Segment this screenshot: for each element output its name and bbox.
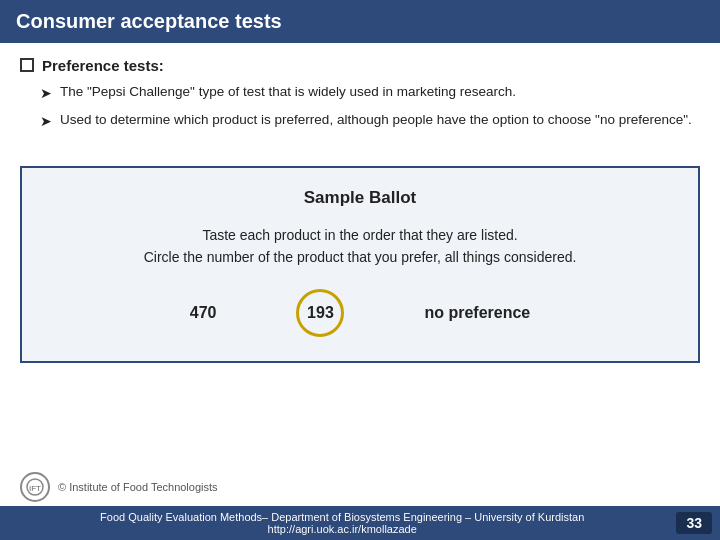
list-item: ➤ Used to determine which product is pre… — [40, 110, 700, 132]
footer-line2: http://agri.uok.ac.ir/kmollazade — [8, 523, 676, 535]
preference-title-row: Preference tests: — [20, 57, 700, 74]
page-header: Consumer acceptance tests — [0, 0, 720, 43]
footer-bar: Food Quality Evaluation Methods– Departm… — [0, 506, 720, 540]
svg-text:IFT: IFT — [29, 484, 41, 493]
ift-text: © Institute of Food Technologists — [58, 481, 218, 493]
preference-title-text: Preference tests: — [42, 57, 164, 74]
footer: IFT © Institute of Food Technologists Fo… — [0, 468, 720, 540]
ballot-options: 470 193 no preference — [52, 289, 668, 337]
ballot-title: Sample Ballot — [52, 188, 668, 208]
bullet-arrow-1: ➤ — [40, 83, 52, 104]
header-title: Consumer acceptance tests — [16, 10, 282, 32]
list-item: ➤ The "Pepsi Challenge" type of test tha… — [40, 82, 700, 104]
ballot-option-470: 470 — [190, 304, 217, 322]
checkbox-icon — [20, 58, 34, 72]
ballot-option-193: 193 — [296, 289, 344, 337]
bullet-text-2: Used to determine which product is prefe… — [60, 110, 700, 130]
preference-section: Preference tests: ➤ The "Pepsi Challenge… — [20, 57, 700, 132]
bullet-arrow-2: ➤ — [40, 111, 52, 132]
main-content: Preference tests: ➤ The "Pepsi Challenge… — [0, 43, 720, 152]
ballot-option-no-preference: no preference — [424, 304, 530, 322]
page-number: 33 — [676, 512, 712, 534]
ift-logo: IFT — [20, 472, 50, 502]
bullet-text-1: The "Pepsi Challenge" type of test that … — [60, 82, 700, 102]
bullet-list: ➤ The "Pepsi Challenge" type of test tha… — [20, 82, 700, 132]
footer-line1: Food Quality Evaluation Methods– Departm… — [8, 511, 676, 523]
footer-ift-row: IFT © Institute of Food Technologists — [0, 468, 720, 506]
ballot-instruction-line2: Circle the number of the product that yo… — [144, 249, 577, 265]
footer-bar-text: Food Quality Evaluation Methods– Departm… — [8, 511, 676, 535]
ballot-instruction-line1: Taste each product in the order that the… — [202, 227, 517, 243]
sample-ballot-box: Sample Ballot Taste each product in the … — [20, 166, 700, 363]
ballot-instruction: Taste each product in the order that the… — [52, 224, 668, 269]
